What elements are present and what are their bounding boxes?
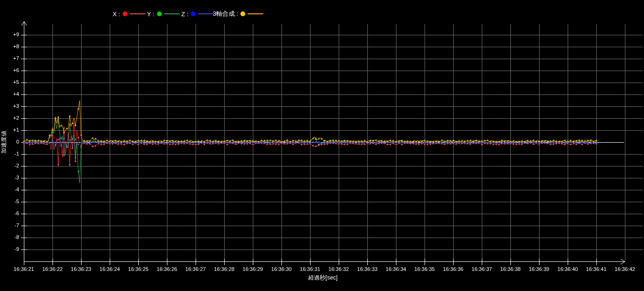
y-tick-label: +8 [6, 43, 19, 49]
x-tick-label: 16:36:27 [182, 266, 209, 272]
y-tick-label: -1 [6, 151, 19, 156]
x-tick-label: 16:36:41 [583, 266, 610, 272]
legend-item-y: Y : [147, 10, 180, 18]
x-axis-title: 経過秒[sec] [294, 274, 352, 282]
series-y-dot-icon [157, 11, 162, 16]
y-tick-label: 0 [6, 139, 19, 145]
x-tick-label: 16:36:42 [612, 266, 638, 272]
x-tick-label: 16:36:21 [10, 266, 37, 272]
acceleration-chart: X : Y : Z : 3軸合成 : 加速度値 経過秒[sec] +9+8+7+… [0, 0, 644, 291]
x-tick-label: 16:36:38 [497, 266, 524, 272]
x-tick-label: 16:36:28 [211, 266, 238, 272]
legend-item-composite: 3軸合成 : [213, 10, 263, 18]
x-tick-label: 16:36:37 [468, 266, 495, 272]
x-tick-label: 16:36:36 [440, 266, 467, 272]
legend-label-composite: 3軸合成 : [213, 10, 238, 18]
y-tick-label: -9 [6, 246, 19, 252]
x-tick-label: 16:36:24 [96, 266, 123, 272]
series-y-line-icon [164, 13, 180, 14]
y-tick-label: -4 [6, 187, 19, 192]
series-x-dot-icon [123, 11, 127, 16]
y-tick-label: +6 [6, 67, 19, 73]
legend-item-x: X : [113, 10, 145, 18]
x-tick-label: 16:36:31 [297, 266, 323, 272]
y-tick-label: +9 [6, 31, 19, 37]
x-tick-label: 16:36:34 [383, 266, 409, 272]
x-tick-label: 16:36:32 [325, 266, 352, 272]
plot-canvas [0, 0, 644, 291]
series-composite-line-icon [248, 13, 263, 14]
x-tick-label: 16:36:39 [526, 266, 552, 272]
x-tick-label: 16:36:26 [154, 266, 180, 272]
y-tick-label: -6 [6, 210, 19, 216]
y-tick-label: +2 [6, 115, 19, 121]
y-tick-label: +4 [6, 91, 19, 97]
y-tick-label: +3 [6, 103, 19, 109]
y-tick-label: +5 [6, 79, 19, 85]
x-tick-label: 16:36:22 [39, 266, 66, 272]
legend-label-x: X : [113, 10, 120, 18]
legend-item-z: Z : [181, 10, 214, 18]
y-tick-label: -3 [6, 175, 19, 180]
series-x-line-icon [130, 13, 145, 14]
x-tick-label: 16:36:29 [239, 266, 266, 272]
x-tick-label: 16:36:35 [411, 266, 438, 272]
y-tick-label: -2 [6, 163, 19, 168]
x-tick-label: 16:36:23 [68, 266, 94, 272]
series-z-line-icon [198, 13, 214, 14]
series-composite-dot-icon [240, 11, 245, 16]
legend-label-y: Y : [147, 10, 155, 18]
x-tick-label: 16:36:33 [354, 266, 381, 272]
x-tick-label: 16:36:40 [554, 266, 581, 272]
y-tick-label: +7 [6, 55, 19, 61]
y-tick-label: +1 [6, 127, 19, 133]
y-tick-label: -5 [6, 198, 19, 204]
series-z-dot-icon [191, 11, 196, 16]
y-tick-label: -7 [6, 222, 19, 228]
y-tick-label: -8 [6, 234, 19, 240]
x-tick-label: 16:36:30 [268, 266, 295, 272]
x-tick-label: 16:36:25 [125, 266, 152, 272]
legend-label-z: Z : [181, 10, 188, 18]
chart-legend: X : Y : Z : 3軸合成 : [113, 10, 275, 18]
